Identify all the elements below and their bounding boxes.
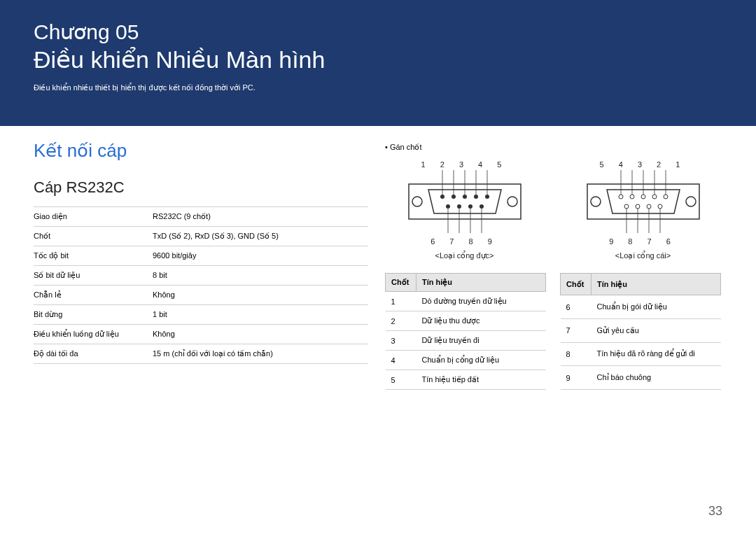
signal-col-header: Tín hiệu (416, 274, 546, 292)
pin-signal: Chuẩn bị cổng dữ liệu (416, 351, 546, 370)
pin-table-left: ChốtTín hiệu 1Dò đường truyền dữ liệu 2D… (385, 273, 546, 390)
pin-row: 3Dữ liệu truyền đi (386, 331, 546, 351)
svg-point-25 (630, 195, 634, 199)
pin-row: 2Dữ liệu thu được (386, 311, 546, 331)
spec-value: Không (153, 286, 368, 305)
female-connector-diagram: 5 4 3 2 1 9 8 7 6 <Loại cổng cái> (564, 160, 722, 260)
bottom-pin-numbers: 9 8 7 6 (564, 237, 722, 246)
spec-row: Giao diệnRS232C (9 chốt) (34, 207, 368, 227)
connector-label: <Loại cổng đực> (385, 251, 544, 260)
svg-point-4 (451, 195, 456, 199)
spec-label: Độ dài tối đa (34, 344, 153, 364)
spec-label: Tốc độ bit (34, 246, 153, 266)
svg-point-32 (658, 204, 662, 209)
svg-point-6 (474, 195, 478, 199)
svg-point-23 (686, 197, 696, 206)
spec-row: Chẵn lẻKhông (34, 286, 368, 305)
male-connector-diagram: 1 2 3 4 5 6 7 8 9 <Loại cổng đực> (385, 160, 544, 260)
sub-title: Cáp RS232C (34, 178, 368, 197)
female-connector-icon (580, 170, 706, 233)
pin-signal: Dữ liệu truyền đi (416, 331, 546, 351)
spec-row: Bit dừng1 bit (34, 305, 368, 325)
pin-row: 6Chuẩn bị gói dữ liệu (561, 295, 721, 319)
svg-point-11 (479, 204, 484, 209)
pin-row: 1Dò đường truyền dữ liệu (386, 292, 546, 311)
svg-point-22 (591, 197, 601, 206)
spec-label: Điều khiển luồng dữ liệu (34, 325, 153, 344)
right-column: Gán chốt 1 2 3 4 5 6 7 8 9 <Loại cổng đự… (385, 140, 722, 390)
pin-signal: Tín hiệu đã rõ ràng để gửi đi (592, 342, 721, 366)
chapter-desc: Điều khiển nhiều thiết bị hiển thị được … (34, 83, 722, 92)
svg-point-2 (507, 197, 517, 206)
spec-value: 9600 bit/giây (153, 246, 368, 266)
left-column: Kết nối cáp Cáp RS232C Giao diệnRS232C (… (34, 140, 368, 390)
svg-point-9 (457, 204, 461, 209)
pin-row: 4Chuẩn bị cổng dữ liệu (386, 351, 546, 370)
spec-row: Số bit dữ liệu8 bit (34, 266, 368, 286)
chapter-title: Điều khiển Nhiều Màn hình (34, 45, 722, 73)
pin-num: 8 (561, 342, 592, 366)
svg-point-30 (636, 204, 640, 209)
spec-row: Tốc độ bit9600 bit/giây (34, 246, 368, 266)
svg-point-26 (641, 195, 645, 199)
pin-table-right: ChốtTín hiệu 6Chuẩn bị gói dữ liệu 7Gửi … (560, 273, 721, 390)
spec-label: Số bit dữ liệu (34, 266, 153, 286)
chapter-label: Chương 05 (34, 20, 722, 44)
pin-signal: Dò đường truyền dữ liệu (416, 292, 546, 311)
pin-num: 1 (386, 292, 416, 311)
top-pin-numbers: 1 2 3 4 5 (385, 160, 544, 169)
content-area: Kết nối cáp Cáp RS232C Giao diệnRS232C (… (0, 126, 756, 390)
pin-num: 6 (561, 295, 592, 319)
spec-table: Giao diệnRS232C (9 chốt) ChốtTxD (Số 2),… (34, 206, 368, 364)
svg-point-29 (624, 204, 629, 209)
pin-col-header: Chốt (386, 274, 416, 292)
svg-point-3 (440, 195, 444, 199)
spec-value: 8 bit (153, 266, 368, 286)
spec-label: Chốt (34, 227, 153, 246)
pin-row: 8Tín hiệu đã rõ ràng để gửi đi (561, 342, 721, 366)
spec-value: 1 bit (153, 305, 368, 325)
pin-num: 4 (386, 351, 416, 370)
pin-num: 3 (386, 331, 416, 351)
pin-num: 7 (561, 318, 592, 342)
section-title: Kết nối cáp (34, 140, 368, 162)
page-number: 33 (708, 504, 722, 519)
pin-col-header: Chốt (561, 274, 592, 295)
svg-point-1 (412, 197, 422, 206)
pin-signal: Chuẩn bị gói dữ liệu (592, 295, 721, 319)
spec-value: Không (153, 325, 368, 344)
svg-point-5 (463, 195, 467, 199)
spec-label: Chẵn lẻ (34, 286, 153, 305)
spec-row: Điều khiển luồng dữ liệuKhông (34, 325, 368, 344)
svg-point-28 (664, 195, 668, 199)
svg-point-10 (468, 204, 472, 209)
spec-row: ChốtTxD (Số 2), RxD (Số 3), GND (Số 5) (34, 227, 368, 246)
svg-point-24 (619, 195, 623, 199)
pin-signal: Chỉ báo chuông (592, 366, 721, 390)
spec-label: Bit dừng (34, 305, 153, 325)
pin-num: 5 (386, 370, 416, 390)
spec-label: Giao diện (34, 207, 153, 227)
connector-diagrams: 1 2 3 4 5 6 7 8 9 <Loại cổng đực> 5 4 3 … (385, 160, 722, 260)
svg-point-8 (446, 204, 450, 209)
spec-row: Độ dài tối đa15 m (chỉ đối với loại có t… (34, 344, 368, 364)
male-connector-icon (402, 170, 528, 233)
pin-signal: Dữ liệu thu được (416, 311, 546, 331)
svg-point-27 (652, 195, 657, 199)
svg-point-7 (485, 195, 489, 199)
pin-num: 2 (386, 311, 416, 331)
spec-value: TxD (Số 2), RxD (Số 3), GND (Số 5) (153, 227, 368, 246)
pin-signal: Tín hiệu tiếp đất (416, 370, 546, 390)
connector-label: <Loại cổng cái> (564, 251, 722, 260)
page-header: Chương 05 Điều khiển Nhiều Màn hình Điều… (0, 0, 756, 126)
bullet-label: Gán chốt (385, 143, 722, 152)
signal-col-header: Tín hiệu (592, 274, 721, 295)
top-pin-numbers: 5 4 3 2 1 (564, 160, 722, 169)
pin-signal: Gửi yêu cầu (592, 318, 721, 342)
spec-value: 15 m (chỉ đối với loại có tấm chắn) (153, 344, 368, 364)
pin-row: 7Gửi yêu cầu (561, 318, 721, 342)
pin-tables: ChốtTín hiệu 1Dò đường truyền dữ liệu 2D… (385, 273, 722, 390)
spec-value: RS232C (9 chốt) (153, 207, 368, 227)
bottom-pin-numbers: 6 7 8 9 (385, 237, 544, 246)
svg-point-31 (647, 204, 651, 209)
